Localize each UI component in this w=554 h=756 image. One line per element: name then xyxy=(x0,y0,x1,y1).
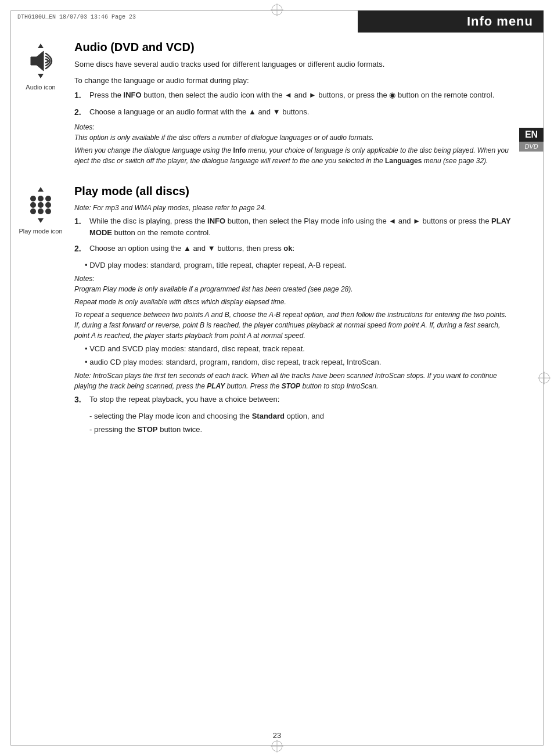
svg-point-15 xyxy=(38,196,44,201)
playmode-section-body: Play mode (all discs) Note: For mp3 and … xyxy=(74,185,513,438)
playmode-step3-option1: - selecting the Play mode icon and choos… xyxy=(89,411,513,422)
playmode-step3-list: 3. To stop the repeat playback, you have… xyxy=(74,394,513,406)
playmode-bullet-1: DVD play modes: standard, program, title… xyxy=(85,260,513,271)
playmode-note-3: To repeat a sequence between two points … xyxy=(74,309,513,341)
playmode-icon-column: Play mode icon xyxy=(17,185,64,235)
playmode-note-1: Program Play mode is only available if a… xyxy=(74,284,513,294)
audio-step-intro: To change the language or audio format d… xyxy=(74,75,513,87)
svg-marker-9 xyxy=(31,51,44,71)
playmode-introscan-note: Note: IntroScan plays the first ten seco… xyxy=(74,370,513,391)
audio-step-1-num: 1. xyxy=(74,89,85,102)
audio-note-2: When you change the dialogue language us… xyxy=(74,145,513,166)
svg-point-14 xyxy=(30,196,36,201)
crosshair-bottom xyxy=(271,740,283,753)
audio-icon-label: Audio icon xyxy=(26,84,55,91)
page-number: 23 xyxy=(273,731,281,740)
page-header-text: DTH6100U_EN 18/07/03 13:46 Page 23 xyxy=(17,14,136,20)
svg-point-20 xyxy=(30,208,36,214)
play-mode-icon xyxy=(20,185,61,225)
playmode-step-1: 1. While the disc is playing, press the … xyxy=(74,215,513,238)
crosshair-top xyxy=(271,3,283,16)
playmode-step-2: 2. Choose an option using the ▲ and ▼ bu… xyxy=(74,243,513,255)
audio-step-1-content: Press the INFO button, then select the a… xyxy=(89,89,513,102)
svg-point-17 xyxy=(30,202,36,208)
svg-point-21 xyxy=(38,208,44,214)
audio-step-2-num: 2. xyxy=(74,106,85,118)
playmode-notes-label: Notes: xyxy=(74,275,513,283)
svg-point-18 xyxy=(38,202,44,208)
svg-point-22 xyxy=(45,208,51,214)
playmode-section: Play mode icon Play mode (all discs) Not… xyxy=(17,185,513,438)
playmode-note-intro: Note: For mp3 and WMA play modes, please… xyxy=(74,203,513,213)
page-border-left xyxy=(10,10,11,746)
playmode-bullet-2: VCD and SVCD play modes: standard, disc … xyxy=(85,343,513,355)
playmode-step-3: 3. To stop the repeat playback, you have… xyxy=(74,394,513,406)
crosshair-right xyxy=(538,372,551,384)
playmode-step-2-num: 2. xyxy=(74,243,85,255)
audio-icon-column: Audio icon xyxy=(17,41,64,91)
svg-marker-12 xyxy=(38,187,44,192)
playmode-step-1-content: While the disc is playing, press the INF… xyxy=(89,215,513,238)
svg-marker-10 xyxy=(38,44,44,48)
audio-step-2-content: Choose a language or an audio format wit… xyxy=(89,106,513,118)
svg-marker-11 xyxy=(38,74,44,78)
main-content: Audio icon Audio (DVD and VCD) Some disc… xyxy=(17,41,513,454)
svg-point-16 xyxy=(45,196,51,201)
playmode-icon-label: Play mode icon xyxy=(19,228,62,235)
audio-step-1: 1. Press the INFO button, then select th… xyxy=(74,89,513,102)
audio-section-body: Audio (DVD and VCD) Some discs have seve… xyxy=(74,41,513,168)
svg-marker-13 xyxy=(38,218,44,223)
audio-intro: Some discs have several audio tracks use… xyxy=(74,59,513,70)
playmode-step-3-content: To stop the repeat playback, you have a … xyxy=(89,394,513,406)
audio-section: Audio icon Audio (DVD and VCD) Some disc… xyxy=(17,41,513,168)
audio-note-1: This option is only available if the dis… xyxy=(74,132,513,143)
audio-steps: 1. Press the INFO button, then select th… xyxy=(74,89,513,118)
playmode-bullet-3: audio CD play modes: standard, program, … xyxy=(85,357,513,368)
playmode-note-2: Repeat mode is only available with discs… xyxy=(74,297,513,307)
audio-icon xyxy=(20,41,61,81)
svg-point-19 xyxy=(45,202,51,208)
en-dvd-badge: EN DVD xyxy=(519,128,544,152)
playmode-steps: 1. While the disc is playing, press the … xyxy=(74,215,513,255)
playmode-step3-option2: - pressing the STOP button twice. xyxy=(89,424,513,435)
playmode-step-2-content: Choose an option using the ▲ and ▼ butto… xyxy=(89,243,513,255)
language-badge: EN xyxy=(519,128,544,142)
audio-notes-label: Notes: xyxy=(74,123,513,131)
audio-section-title: Audio (DVD and VCD) xyxy=(74,41,513,54)
playmode-section-title: Play mode (all discs) xyxy=(74,185,513,198)
playmode-step-1-num: 1. xyxy=(74,215,85,238)
page-title: Info menu xyxy=(358,10,544,33)
audio-step-2: 2. Choose a language or an audio format … xyxy=(74,106,513,118)
format-badge: DVD xyxy=(519,142,544,152)
playmode-step-3-num: 3. xyxy=(74,394,85,406)
